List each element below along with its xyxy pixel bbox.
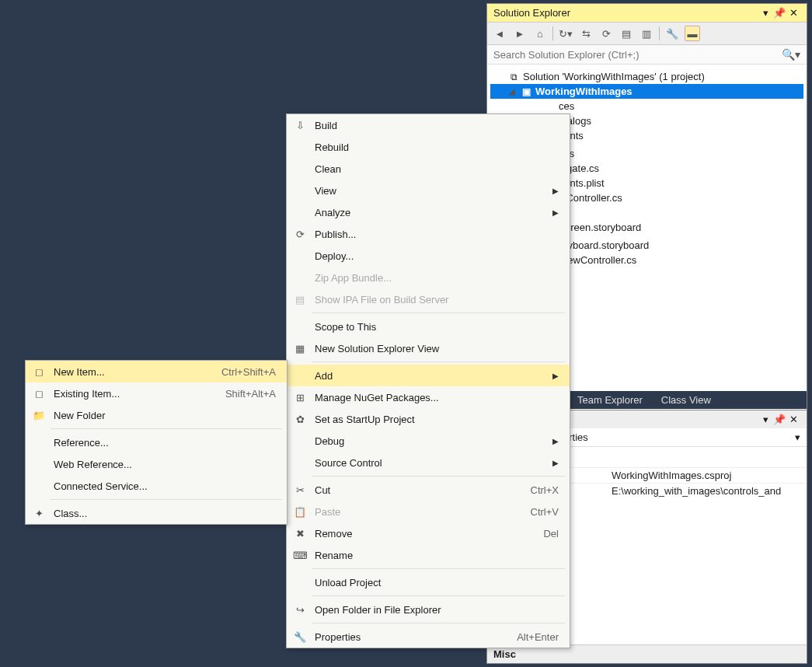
sync-icon[interactable]: ⇆ xyxy=(578,26,594,41)
menu-item-shortcut: Del xyxy=(528,528,559,540)
menu-item[interactable]: ⟳Publish... xyxy=(287,223,570,245)
menu-item[interactable]: Deploy... xyxy=(287,245,570,267)
menu-separator xyxy=(312,361,565,362)
node-icon: ▣ xyxy=(520,86,532,97)
menu-item[interactable]: Debug▶ xyxy=(287,430,570,452)
menu-item[interactable]: Add▶ xyxy=(287,365,570,386)
menu-item-icon: ⌨ xyxy=(291,550,308,561)
solution-explorer-search-row: 🔍▾ xyxy=(487,45,807,65)
menu-item[interactable]: Analyze▶ xyxy=(287,201,570,223)
menu-item-icon: ◻ xyxy=(30,388,47,400)
search-icon[interactable]: 🔍▾ xyxy=(777,48,800,61)
menu-item-label: Build xyxy=(315,120,559,131)
copy-icon[interactable]: ▥ xyxy=(639,26,654,41)
node-icon: ⧉ xyxy=(507,72,520,82)
home-icon[interactable]: ⌂ xyxy=(532,26,548,41)
menu-item[interactable]: ↪Open Folder in File Explorer xyxy=(287,599,570,620)
chevron-down-icon[interactable]: ▾ xyxy=(795,431,800,443)
menu-item[interactable]: ▦New Solution Explorer View xyxy=(287,337,570,359)
search-input[interactable] xyxy=(493,49,777,61)
menu-item-shortcut: Alt+Enter xyxy=(501,631,559,643)
wrench-icon[interactable]: 🔧 xyxy=(664,26,680,41)
menu-item-icon: ▦ xyxy=(291,343,308,354)
menu-item-icon: 🔧 xyxy=(291,631,308,643)
menu-separator xyxy=(51,499,282,500)
menu-item-label: Open Folder in File Explorer xyxy=(315,604,559,616)
dropdown-icon[interactable]: ▾ xyxy=(758,414,772,425)
menu-item[interactable]: 📁New Folder xyxy=(26,404,287,426)
refresh-icon[interactable]: ↻▾ xyxy=(558,26,573,41)
menu-item-icon: ◻ xyxy=(30,366,47,378)
menu-item[interactable]: ◻Existing Item...Shift+Alt+A xyxy=(26,382,287,404)
menu-item[interactable]: Unload Project xyxy=(287,571,570,593)
prop-value: E:\working_with_images\controls_and xyxy=(607,484,807,498)
collapse-icon[interactable]: ⟳ xyxy=(598,26,614,41)
menu-item-icon: 📁 xyxy=(30,410,47,421)
menu-item-label: Clean xyxy=(315,163,559,175)
add-submenu: ◻New Item...Ctrl+Shift+A◻Existing Item..… xyxy=(25,360,288,525)
menu-item[interactable]: ⌨Rename xyxy=(287,544,570,566)
menu-item[interactable]: ✿Set as StartUp Project xyxy=(287,408,570,430)
node-label: oryboard.storyboard xyxy=(559,239,649,251)
menu-item-label: Class... xyxy=(54,508,276,519)
menu-item[interactable]: Clean xyxy=(287,158,570,180)
menu-item[interactable]: ✦Class... xyxy=(26,502,287,524)
menu-item[interactable]: ✖RemoveDel xyxy=(287,522,570,544)
tab-team-explorer[interactable]: Team Explorer xyxy=(571,391,649,409)
menu-item-label: Show IPA File on Build Server xyxy=(315,294,559,306)
menu-item[interactable]: ✂CutCtrl+X xyxy=(287,479,570,501)
close-icon[interactable]: ✕ xyxy=(786,7,800,19)
menu-item-label: Debug xyxy=(315,435,538,447)
dropdown-icon[interactable]: ▾ xyxy=(758,7,772,19)
close-icon[interactable]: ✕ xyxy=(786,414,800,425)
menu-item[interactable]: Scope to This xyxy=(287,316,570,337)
menu-item: ▤Show IPA File on Build Server xyxy=(287,288,570,310)
tree-row[interactable]: ces xyxy=(490,99,803,113)
menu-item-label: Properties xyxy=(315,631,495,643)
tree-row[interactable]: ⧉Solution 'WorkingWithImages' (1 project… xyxy=(490,69,803,84)
menu-item[interactable]: Source Control▶ xyxy=(287,452,570,473)
menu-item-label: Publish... xyxy=(315,229,559,240)
menu-item-label: Add xyxy=(315,370,538,382)
submenu-arrow-icon: ▶ xyxy=(545,208,559,217)
menu-item-label: Zip App Bundle... xyxy=(315,272,559,284)
menu-item[interactable]: 🔧PropertiesAlt+Enter xyxy=(287,626,570,648)
tab-class-view[interactable]: Class View xyxy=(655,391,717,409)
show-all-icon[interactable]: ▤ xyxy=(619,26,634,41)
menu-item-icon: ▤ xyxy=(291,294,308,306)
menu-item[interactable]: Rebuild xyxy=(287,136,570,158)
menu-item-icon: ✂ xyxy=(291,484,308,496)
menu-item-label: Paste xyxy=(315,506,509,518)
menu-item-label: Source Control xyxy=(315,457,538,469)
menu-separator xyxy=(51,428,282,429)
menu-item[interactable]: Web Reference... xyxy=(26,453,287,475)
menu-item[interactable]: Connected Service... xyxy=(26,475,287,497)
menu-item[interactable]: ◻New Item...Ctrl+Shift+A xyxy=(26,361,287,382)
menu-item-label: Deploy... xyxy=(315,250,559,262)
menu-item[interactable]: Reference... xyxy=(26,431,287,453)
submenu-arrow-icon: ▶ xyxy=(545,437,559,445)
menu-item-label: Existing Item... xyxy=(54,388,204,400)
menu-item-label: Manage NuGet Packages... xyxy=(315,392,559,403)
menu-item-shortcut: Ctrl+X xyxy=(515,484,559,496)
solution-explorer-titlebar: Solution Explorer ▾ 📌 ✕ xyxy=(487,4,807,23)
menu-item-label: Scope to This xyxy=(315,321,559,333)
menu-item[interactable]: View▶ xyxy=(287,180,570,201)
solution-explorer-toolbar: ◄ ► ⌂ ↻▾ ⇆ ⟳ ▤ ▥ 🔧 ▬ xyxy=(487,23,807,45)
menu-separator xyxy=(312,568,565,569)
tree-row[interactable]: ◢▣WorkingWithImages xyxy=(490,84,803,99)
menu-item[interactable]: ⊞Manage NuGet Packages... xyxy=(287,386,570,408)
separator xyxy=(552,26,553,40)
pin-icon[interactable]: 📌 xyxy=(772,414,786,425)
expander-icon[interactable]: ◢ xyxy=(507,87,517,96)
solution-explorer-title: Solution Explorer xyxy=(493,7,758,19)
prop-value: WorkingWithImages.csproj xyxy=(607,468,807,483)
preview-icon[interactable]: ▬ xyxy=(685,26,700,41)
forward-icon[interactable]: ► xyxy=(512,26,528,41)
submenu-arrow-icon: ▶ xyxy=(545,187,559,195)
menu-item: Zip App Bundle... xyxy=(287,267,570,288)
menu-item[interactable]: ⇩Build xyxy=(287,114,570,136)
back-icon[interactable]: ◄ xyxy=(492,26,507,41)
pin-icon[interactable]: 📌 xyxy=(772,7,786,19)
menu-item-icon: ✦ xyxy=(30,508,47,519)
